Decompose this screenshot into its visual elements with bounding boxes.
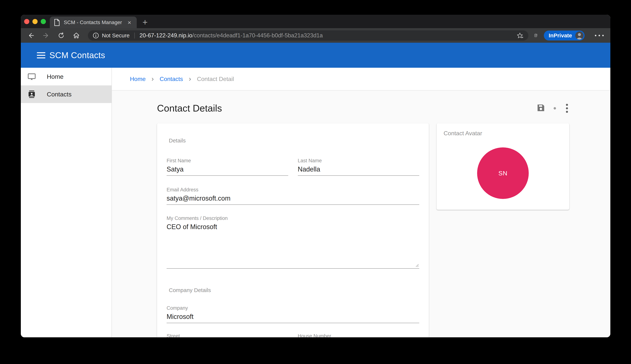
more-options-button[interactable] — [564, 103, 569, 114]
first-name-input[interactable] — [167, 164, 288, 176]
house-number-label: House Number — [298, 333, 419, 337]
window-controls — [24, 19, 46, 24]
home-icon — [73, 32, 80, 39]
tab-title: SCM - Contacts Manager — [64, 20, 126, 26]
contact-form-card: Details First Name Last Name — [157, 123, 429, 337]
maximize-window-button[interactable] — [41, 19, 46, 24]
avatar-initials: SN — [498, 170, 507, 177]
save-button[interactable] — [537, 104, 545, 113]
monitor-icon — [28, 72, 36, 80]
last-name-label: Last Name — [298, 157, 419, 164]
avatar-section-label: Contact Avatar — [443, 130, 563, 137]
last-name-field: Last Name — [298, 157, 419, 176]
browser-tab[interactable]: SCM - Contacts Manager × — [50, 16, 137, 28]
browser-window: SCM - Contacts Manager × + — [21, 15, 610, 337]
email-field: Email Address — [167, 186, 419, 205]
url-text[interactable]: 20-67-122-249.nip.io/contacts/e4deadf1-1… — [139, 32, 513, 39]
tab-strip: SCM - Contacts Manager × + — [21, 15, 610, 28]
page-title: Contact Details — [157, 103, 222, 114]
page-content: Contact Details — [112, 90, 610, 337]
home-button[interactable] — [73, 32, 80, 40]
sidebar-item-label: Home — [47, 73, 64, 80]
reload-button[interactable] — [58, 32, 65, 40]
company-input[interactable] — [167, 311, 419, 323]
inprivate-badge[interactable]: InPrivate — [544, 30, 584, 40]
collections-icon[interactable] — [534, 32, 538, 40]
close-window-button[interactable] — [24, 19, 29, 24]
comments-textarea[interactable]: CEO of Microsoft — [167, 222, 419, 269]
contact-avatar: SN — [477, 148, 529, 199]
info-icon — [93, 32, 99, 39]
details-section-label: Details — [167, 123, 419, 144]
breadcrumb: Home › Contacts › Contact Detail — [112, 68, 610, 90]
breadcrumb-home-link[interactable]: Home — [130, 76, 146, 82]
company-field: Company — [167, 305, 419, 323]
main-area: Home › Contacts › Contact Detail Contact… — [112, 68, 610, 337]
url-host: 20-67-122-249.nip.io — [139, 32, 192, 39]
street-label: Street — [167, 333, 288, 337]
tab-close-icon[interactable]: × — [126, 19, 132, 26]
minimize-window-button[interactable] — [33, 19, 38, 24]
forward-button[interactable] — [43, 32, 50, 40]
browser-toolbar: Not Secure 20-67-122-249.nip.io/contacts… — [21, 28, 610, 43]
sidebar: Home Contacts — [21, 68, 112, 337]
url-path: /contacts/e4deadf1-1a70-4456-b0df-5ba21a… — [192, 32, 323, 39]
dot — [595, 35, 596, 36]
dot — [598, 35, 600, 36]
first-name-field: First Name — [167, 157, 288, 176]
chevron-right-icon: › — [189, 76, 191, 82]
first-name-label: First Name — [167, 157, 288, 164]
app-title: SCM Contacts — [49, 50, 105, 60]
breadcrumb-current: Contact Detail — [197, 76, 234, 82]
forward-arrow-icon — [43, 32, 50, 39]
back-arrow-icon — [28, 32, 35, 39]
browser-menu-button[interactable] — [595, 35, 604, 36]
sidebar-item-home[interactable]: Home — [21, 68, 111, 86]
street-field: Street — [167, 333, 288, 337]
comments-field: My Comments / Description CEO of Microso… — [167, 215, 419, 269]
house-number-field: House Number — [298, 333, 419, 337]
add-favorite-star-icon[interactable] — [516, 32, 524, 39]
dot — [602, 35, 604, 36]
contact-avatar-card: Contact Avatar SN — [437, 123, 569, 210]
app-header: SCM Contacts — [21, 43, 610, 68]
email-label: Email Address — [167, 186, 419, 193]
status-dot-icon — [554, 107, 556, 110]
resize-handle[interactable] — [414, 263, 419, 267]
security-label[interactable]: Not Secure — [102, 32, 130, 39]
new-tab-button[interactable]: + — [142, 18, 148, 26]
save-floppy-icon — [537, 104, 545, 112]
company-section-label: Company Details — [167, 269, 419, 293]
last-name-input[interactable] — [298, 164, 419, 176]
sidebar-item-label: Contacts — [47, 91, 72, 98]
sidebar-item-contacts[interactable]: Contacts — [21, 86, 111, 103]
page-favicon-icon — [54, 19, 60, 26]
breadcrumb-contacts-link[interactable]: Contacts — [160, 76, 183, 82]
company-label: Company — [167, 305, 419, 311]
menu-hamburger-icon[interactable] — [37, 52, 45, 58]
back-button[interactable] — [28, 32, 35, 40]
chevron-right-icon: › — [151, 76, 154, 82]
comments-label: My Comments / Description — [167, 215, 419, 222]
contact-card-icon — [28, 90, 36, 98]
profile-avatar-icon — [575, 32, 583, 40]
url-separator — [134, 32, 135, 38]
reload-icon — [58, 32, 65, 39]
email-input[interactable] — [167, 193, 419, 205]
inprivate-label: InPrivate — [549, 32, 572, 39]
address-bar[interactable]: Not Secure 20-67-122-249.nip.io/contacts… — [88, 30, 528, 41]
